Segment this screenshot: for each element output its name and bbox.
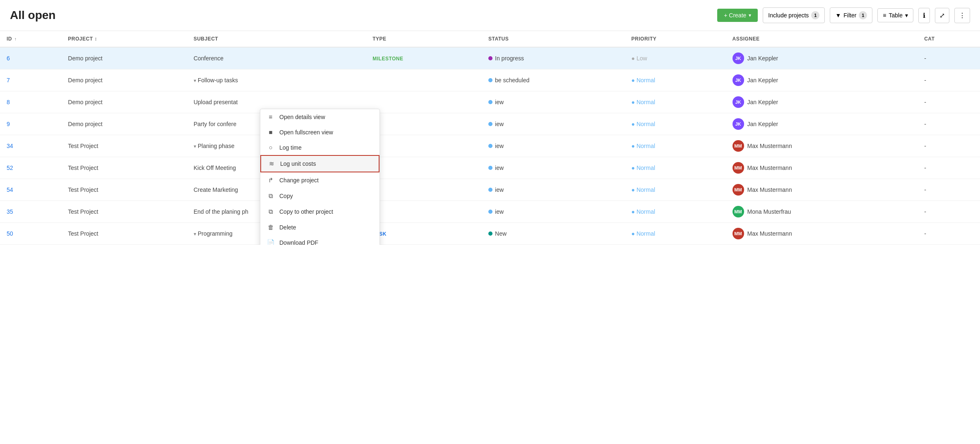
avatar: JK [733,96,744,108]
cell-priority: ● Low [625,47,726,69]
context-menu-item[interactable]: ■Open fullscreen view [260,124,380,140]
status-dot [488,78,492,82]
menu-item-icon: ⧉ [267,208,274,215]
more-button[interactable]: ⋮ [954,8,970,23]
assignee-cell: JKJan Keppler [733,96,911,108]
table-row[interactable]: 9 Demo project Party for confere iew ● N… [0,113,980,135]
assignee-cell: JKJan Keppler [733,53,911,64]
avatar: JK [733,53,744,64]
type-label: MILESTONE [372,56,403,62]
col-id[interactable]: ID ↑ [0,31,61,47]
table-row[interactable]: 50 Test Project ▾Programming TASK New ● … [0,223,980,245]
cell-cat: - [918,223,980,245]
menu-item-icon: 🗑 [267,224,274,231]
context-menu-item[interactable]: ⧉Copy to other project [260,204,380,220]
cell-priority: ● Normal [625,69,726,91]
cell-status: be scheduled [482,69,625,91]
id-link[interactable]: 35 [7,208,13,215]
assignee-cell: MMMona Musterfrau [733,206,911,217]
table-row[interactable]: 7 Demo project ▾Follow-up tasks be sched… [0,69,980,91]
cell-subject: Conference [187,47,366,69]
context-menu-item[interactable]: ≡Open details view [260,109,380,124]
priority-label: ● Normal [632,143,655,149]
table-row[interactable]: 6 Demo project Conference MILESTONE In p… [0,47,980,69]
context-menu-item[interactable]: ⧉Copy [260,188,380,204]
assignee-name: Max Mustermann [747,230,792,237]
cell-assignee: JKJan Keppler [726,69,918,91]
table-row[interactable]: 54 Test Project Create Marketing iew ● N… [0,179,980,201]
cell-status: iew [482,91,625,113]
cell-priority: ● Normal [625,179,726,201]
menu-item-label: Delete [279,224,296,231]
id-link[interactable]: 34 [7,143,13,149]
status-dot [488,232,492,236]
avatar: MM [733,206,744,217]
col-priority[interactable]: PRIORITY [625,31,726,47]
cell-assignee: MMMax Mustermann [726,179,918,201]
menu-item-icon: ≡ [267,113,274,120]
table-label: Table [889,12,903,19]
cell-project: Demo project [61,113,187,135]
table-row[interactable]: 35 Test Project End of the planing ph ie… [0,201,980,223]
context-menu-item[interactable]: ≋Log unit costs [260,155,380,172]
expand-button[interactable]: ⤢ [935,8,949,23]
cell-assignee: JKJan Keppler [726,47,918,69]
priority-label: ● Normal [632,230,655,237]
id-link[interactable]: 8 [7,99,10,105]
id-link[interactable]: 6 [7,55,10,62]
priority-label: ● Normal [632,208,655,215]
col-assignee[interactable]: ASSIGNEE [726,31,918,47]
priority-label: ● Normal [632,165,655,171]
context-menu-item[interactable]: 🗑Delete [260,220,380,235]
include-projects-button[interactable]: Include projects 1 [763,7,825,23]
id-link[interactable]: 50 [7,230,13,237]
assignee-name: Mona Musterfrau [747,208,791,215]
cell-type [366,91,482,113]
cell-project: Test Project [61,201,187,223]
filter-button[interactable]: ▼ Filter 1 [830,7,872,23]
cell-assignee: MMMax Mustermann [726,135,918,157]
col-subject[interactable]: SUBJECT [187,31,366,47]
status-dot [488,100,492,104]
table-row[interactable]: 8 Demo project Upload presentat iew ● No… [0,91,980,113]
assignee-name: Jan Keppler [747,77,778,84]
menu-item-icon: ↱ [267,177,274,184]
id-link[interactable]: 54 [7,186,13,193]
id-link[interactable]: 7 [7,77,10,84]
cell-cat: - [918,91,980,113]
col-cat[interactable]: CAT [918,31,980,47]
table-row[interactable]: 52 Test Project Kick Off Meeting iew ● N… [0,157,980,179]
expand-icon: ⤢ [939,12,945,19]
assignee-name: Max Mustermann [747,186,792,193]
menu-item-label: Open details view [279,114,325,120]
col-type[interactable]: TYPE [366,31,482,47]
cell-type [366,113,482,135]
cell-project: Demo project [61,47,187,69]
col-status[interactable]: STATUS [482,31,625,47]
context-menu-item[interactable]: ↱Change project [260,172,380,188]
create-label: + Create [724,12,746,19]
filter-icon: ▼ [835,12,841,19]
table-row[interactable]: 34 Test Project ▾Planing phase iew ● Nor… [0,135,980,157]
cell-status: iew [482,113,625,135]
cell-status: In progress [482,47,625,69]
context-menu: ≡Open details view■Open fullscreen view○… [260,109,380,245]
status-dot [488,144,492,148]
page-header: All open + Create ▾ Include projects 1 ▼… [0,0,980,31]
cell-priority: ● Normal [625,135,726,157]
create-dropdown-arrow: ▾ [749,12,751,18]
table-wrapper: ID ↑ PROJECT ↕ SUBJECT TYPE STATUS PRIOR… [0,31,980,245]
table-view-button[interactable]: ≡ Table ▾ [877,8,913,22]
assignee-cell: MMMax Mustermann [733,162,911,174]
cell-status: iew [482,135,625,157]
cell-type: TASK [366,223,482,245]
cell-type [366,157,482,179]
cell-id: 6 [0,47,61,69]
id-link[interactable]: 9 [7,121,10,127]
context-menu-item[interactable]: 📄Download PDF [260,235,380,245]
id-link[interactable]: 52 [7,165,13,171]
col-project[interactable]: PROJECT ↕ [61,31,187,47]
context-menu-item[interactable]: ○Log time [260,140,380,155]
create-button[interactable]: + Create ▾ [717,9,758,22]
info-button[interactable]: ℹ [918,8,930,23]
